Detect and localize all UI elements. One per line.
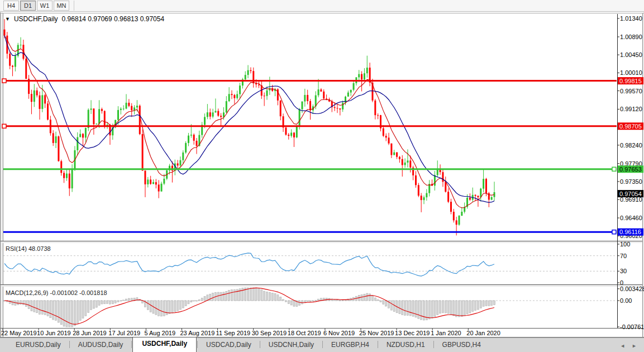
tab-eurusd[interactable]: EURUSD,Daily bbox=[8, 338, 69, 352]
svg-text:28 Jun 2019: 28 Jun 2019 bbox=[73, 330, 107, 336]
chart-window: 1.013401.008901.004501.000100.995700.991… bbox=[0, 12, 644, 337]
timeframe-toolbar: H4D1W1MN bbox=[0, 0, 644, 12]
tab-separator bbox=[131, 341, 132, 348]
svg-text:1.00450: 1.00450 bbox=[620, 51, 642, 58]
svg-text:0.99570: 0.99570 bbox=[620, 88, 642, 94]
svg-text:0.99120: 0.99120 bbox=[620, 106, 642, 112]
line-handle[interactable] bbox=[612, 167, 616, 171]
svg-text:0.98705: 0.98705 bbox=[619, 123, 642, 130]
svg-text:0.00: 0.00 bbox=[620, 297, 632, 304]
tab-audusd[interactable]: AUDUSD,Daily bbox=[70, 338, 131, 352]
svg-text:20 Jan 2020: 20 Jan 2020 bbox=[466, 330, 500, 336]
svg-text:0.98240: 0.98240 bbox=[620, 142, 642, 149]
svg-text:0.97054: 0.97054 bbox=[619, 191, 642, 197]
svg-text:25 Nov 2019: 25 Nov 2019 bbox=[359, 330, 394, 336]
tab-usdchf[interactable]: USDCHF,Daily bbox=[132, 337, 197, 352]
line-handle[interactable] bbox=[612, 230, 616, 234]
tab-eurgbp[interactable]: EURGBP,H4 bbox=[323, 338, 377, 352]
rsi-indicator-label: RSI(14) 48.0738 bbox=[6, 245, 51, 252]
toolbar-separator bbox=[74, 1, 74, 11]
tab-gbpusd[interactable]: GBPUSD,H4 bbox=[435, 338, 489, 352]
svg-text:1.00890: 1.00890 bbox=[620, 34, 642, 40]
svg-text:10 Jun 2019: 10 Jun 2019 bbox=[37, 330, 71, 336]
svg-text:0.96460: 0.96460 bbox=[620, 215, 642, 221]
tab-nzdusd[interactable]: NZDUSD,H1 bbox=[379, 338, 433, 352]
tabs-scroll-right-button[interactable]: ► bbox=[630, 343, 638, 349]
svg-text:70: 70 bbox=[620, 253, 627, 259]
svg-text:1 Jan 2020: 1 Jan 2020 bbox=[431, 330, 461, 336]
tab-separator bbox=[433, 341, 434, 348]
svg-text:0.99815: 0.99815 bbox=[619, 78, 642, 84]
tabs-scroll-arrows: ◄ ► bbox=[618, 343, 638, 349]
tab-separator bbox=[260, 341, 260, 348]
line-handle[interactable] bbox=[2, 124, 6, 128]
macd-indicator-label: MACD(12,26,9) -0.001002 -0.001818 bbox=[6, 289, 107, 296]
timeframe-button-w1[interactable]: W1 bbox=[37, 1, 53, 11]
svg-text:100: 100 bbox=[620, 241, 630, 248]
timeframe-button-h4[interactable]: H4 bbox=[3, 1, 19, 11]
svg-text:0.97653: 0.97653 bbox=[619, 166, 642, 173]
line-handle[interactable] bbox=[2, 79, 6, 83]
svg-text:18 Oct 2019: 18 Oct 2019 bbox=[288, 330, 321, 336]
symbol-tab-list: EURUSD,DailyAUDUSD,DailyUSDCHF,DailyUSDC… bbox=[8, 337, 489, 352]
svg-text:1.00010: 1.00010 bbox=[620, 69, 642, 76]
svg-text:30 Sep 2019: 30 Sep 2019 bbox=[252, 330, 287, 336]
svg-text:0.003428: 0.003428 bbox=[620, 286, 644, 292]
svg-text:1.01340: 1.01340 bbox=[620, 15, 642, 22]
symbol-tabs: EURUSD,DailyAUDUSD,DailyUSDCHF,DailyUSDC… bbox=[0, 337, 644, 352]
svg-text:0.96116: 0.96116 bbox=[619, 229, 641, 235]
chart-header: ▼ USDCHF,Daily 0.96814 0.97069 0.96813 0… bbox=[5, 15, 164, 23]
tab-separator bbox=[378, 341, 378, 348]
timeframe-button-mn[interactable]: MN bbox=[54, 1, 69, 11]
svg-text:0.97350: 0.97350 bbox=[620, 178, 642, 185]
tab-usdcad[interactable]: USDCAD,Daily bbox=[198, 338, 259, 352]
symbol-dropdown-icon[interactable]: ▼ bbox=[5, 16, 10, 22]
tab-usdcnh[interactable]: USDCNH,Daily bbox=[261, 338, 322, 352]
svg-text:11 Sep 2019: 11 Sep 2019 bbox=[216, 330, 251, 336]
tab-separator bbox=[69, 341, 70, 348]
timeframe-button-d1[interactable]: D1 bbox=[20, 1, 36, 11]
tab-separator bbox=[322, 341, 323, 348]
price-chart-canvas: 1.013401.008901.004501.000100.995700.991… bbox=[0, 12, 644, 337]
ohlc-values: 0.96814 0.97069 0.96813 0.97054 bbox=[62, 15, 165, 23]
tabs-scroll-left-button[interactable]: ◄ bbox=[618, 343, 627, 349]
svg-text:13 Dec 2019: 13 Dec 2019 bbox=[395, 330, 430, 336]
svg-text:6 Nov 2019: 6 Nov 2019 bbox=[323, 330, 355, 336]
svg-text:30: 30 bbox=[620, 268, 627, 274]
symbol-title: USDCHF,Daily bbox=[14, 15, 58, 23]
svg-text:-0.007615: -0.007615 bbox=[620, 324, 644, 330]
tab-separator bbox=[197, 341, 198, 348]
svg-text:17 Jul 2019: 17 Jul 2019 bbox=[108, 330, 140, 336]
svg-text:23 Aug 2019: 23 Aug 2019 bbox=[180, 330, 215, 336]
svg-text:5 Aug 2019: 5 Aug 2019 bbox=[144, 330, 175, 336]
svg-text:22 May 2019: 22 May 2019 bbox=[1, 330, 37, 336]
